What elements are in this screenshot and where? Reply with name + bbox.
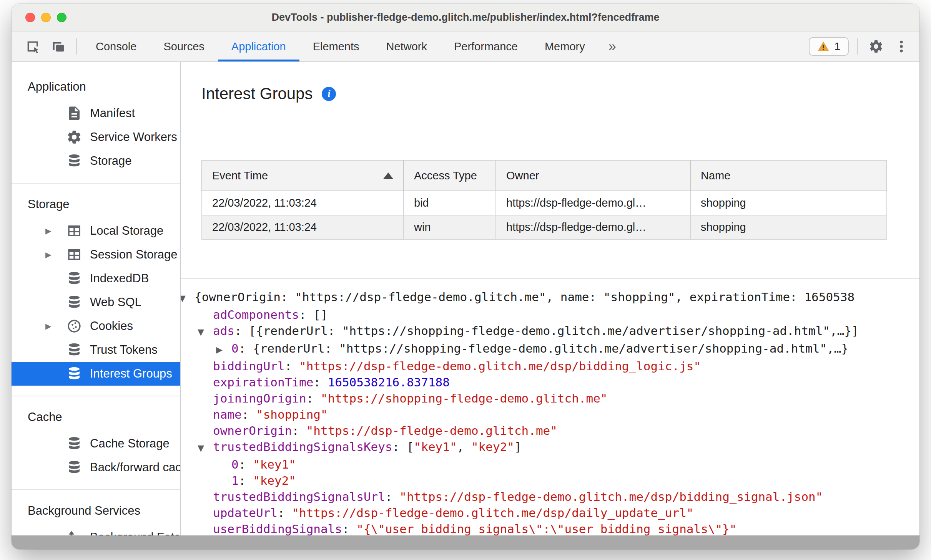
collapse-icon[interactable] <box>181 289 195 307</box>
sidebar-section-title: Storage <box>12 191 180 219</box>
tree-node[interactable]: 0: {renderUrl: "https://shopping-fledge-… <box>181 340 919 358</box>
tree-node[interactable]: ownerOrigin: "https://dsp-fledge-demo.gl… <box>181 422 919 439</box>
sidebar-item-label: Web SQL <box>90 295 141 309</box>
devtools-toolbar: ConsoleSourcesApplicationElementsNetwork… <box>12 31 919 62</box>
tree-string-value: "https://dsp-fledge-demo.glitch.me/dsp/b… <box>399 490 823 504</box>
sidebar-item-trust-tokens[interactable]: Trust Tokens <box>12 338 180 362</box>
sidebar-item-service-workers[interactable]: Service Workers <box>12 125 180 149</box>
sidebar-item-web-sql[interactable]: Web SQL <box>12 290 180 314</box>
sidebar-item-label: Manifest <box>90 106 135 120</box>
expand-icon[interactable] <box>45 321 66 331</box>
tab-elements[interactable]: Elements <box>299 31 373 61</box>
tab-memory[interactable]: Memory <box>531 31 598 61</box>
tree-plain-value: : <box>342 522 356 535</box>
devtools-body: ApplicationManifestService WorkersStorag… <box>12 62 919 535</box>
sidebar-item-session-storage[interactable]: Session Storage <box>12 243 180 267</box>
tree-node[interactable]: expirationTime: 1650538216.837188 <box>181 374 919 390</box>
fullscreen-window-button[interactable] <box>57 13 66 22</box>
database-icon <box>66 436 82 452</box>
tree-property-name: updateUrl <box>213 506 278 520</box>
tree-property-name: adComponents <box>213 308 299 321</box>
issues-counter-button[interactable]: 1 <box>809 37 849 56</box>
sidebar-item-storage[interactable]: Storage <box>12 149 180 173</box>
sidebar-item-indexeddb[interactable]: IndexedDB <box>12 267 180 290</box>
gear-icon <box>66 129 82 145</box>
expand-icon[interactable] <box>45 226 66 235</box>
tree-property-name: joiningOrigin <box>213 391 306 405</box>
sidebar-item-label: Storage <box>90 154 132 168</box>
tree-node[interactable]: 1: "key2" <box>181 472 919 489</box>
tree-node[interactable]: trustedBiddingSignalsKeys: ["key1", "key… <box>181 439 919 456</box>
tab-sources[interactable]: Sources <box>150 31 218 61</box>
background-fetch-icon <box>66 529 82 535</box>
customize-devtools-button[interactable] <box>889 31 914 61</box>
collapse-icon[interactable] <box>198 439 213 456</box>
sidebar-item-cache-storage[interactable]: Cache Storage <box>12 432 180 456</box>
table-icon <box>66 223 82 239</box>
sort-ascending-icon <box>383 172 393 179</box>
tree-node[interactable]: joiningOrigin: "https://shopping-fledge-… <box>181 390 919 406</box>
tree-node[interactable]: biddingUrl: "https://dsp-fledge-demo.gli… <box>181 358 919 374</box>
sidebar-item-background-fetch[interactable]: Background Fetch <box>12 525 180 535</box>
database-icon <box>66 342 82 358</box>
column-header-name[interactable]: Name <box>690 160 887 191</box>
tree-node[interactable]: updateUrl: "https://dsp-fledge-demo.glit… <box>181 505 919 521</box>
info-icon[interactable] <box>322 87 336 101</box>
column-header-event-time[interactable]: Event Time <box>202 160 404 191</box>
minimize-window-button[interactable] <box>41 13 51 22</box>
tree-property-name: ads <box>213 324 234 338</box>
expand-icon[interactable] <box>45 250 66 259</box>
tree-node[interactable]: trustedBiddingSignalsUrl: "https://dsp-f… <box>181 489 919 505</box>
table-row[interactable]: 22/03/2022, 11:03:24bidhttps://dsp-fledg… <box>202 191 887 215</box>
sidebar-item-interest-groups[interactable]: Interest Groups <box>12 362 180 386</box>
collapse-icon[interactable] <box>198 323 213 340</box>
sidebar-section-storage: StorageLocal StorageSession StorageIndex… <box>12 183 180 396</box>
tree-property-name: trustedBiddingSignalsUrl <box>213 490 385 504</box>
sidebar-item-local-storage[interactable]: Local Storage <box>12 219 180 243</box>
toggle-device-toolbar-button[interactable] <box>45 31 71 61</box>
sidebar-section-title: Application <box>12 74 180 101</box>
close-window-button[interactable] <box>25 13 35 22</box>
tree-string-value: "https://dsp-fledge-demo.glitch.me/dsp/d… <box>292 506 693 520</box>
toolbar-right-cluster: 1 <box>809 31 919 61</box>
tree-string-value: "{\"user_bidding_signals\":\"user_biddin… <box>356 522 736 535</box>
tree-property-name: 1 <box>231 474 239 487</box>
tree-string-value: "key1" <box>414 440 457 454</box>
tree-node[interactable]: {ownerOrigin: "https://dsp-fledge-demo.g… <box>181 289 919 307</box>
tree-string-value: "https://shopping-fledge-demo.glitch.me" <box>321 391 608 405</box>
tab-console[interactable]: Console <box>82 31 150 61</box>
column-header-owner[interactable]: Owner <box>496 160 690 191</box>
tree-node[interactable]: ads: [{renderUrl: "https://shopping-fled… <box>181 323 919 340</box>
sidebar-item-back-forward-cach[interactable]: Back/forward cach <box>12 456 180 479</box>
sidebar-section-title: Cache <box>12 404 180 432</box>
toolbar-spacer <box>626 31 809 61</box>
table-cell: bid <box>404 191 496 215</box>
expand-icon[interactable] <box>216 340 231 358</box>
tree-node[interactable]: userBiddingSignals: "{\"user_bidding_sig… <box>181 521 919 535</box>
tree-node[interactable]: adComponents: [] <box>181 307 919 323</box>
cookie-icon <box>66 318 82 334</box>
column-header-access-type[interactable]: Access Type <box>404 160 496 191</box>
inspect-element-icon <box>25 39 40 54</box>
more-tabs-button[interactable]: » <box>598 31 626 61</box>
tab-application[interactable]: Application <box>218 31 299 61</box>
sidebar-item-label: Background Fetch <box>90 530 180 535</box>
tab-network[interactable]: Network <box>373 31 441 61</box>
tree-number-value: 1650538216.837188 <box>328 375 450 389</box>
sidebar-item-label: Cookies <box>90 319 133 333</box>
inspect-element-button[interactable] <box>20 31 45 61</box>
table-cell: win <box>404 215 496 239</box>
tree-node[interactable]: 0: "key1" <box>181 456 919 472</box>
tree-string-value: "key2" <box>253 474 296 487</box>
settings-button[interactable] <box>863 31 889 61</box>
tree-string-value: "https://dsp-fledge-demo.glitch.me/dsp/b… <box>299 359 701 373</box>
toolbar-divider <box>76 38 77 55</box>
tree-property-name: name <box>213 408 242 421</box>
database-icon <box>66 294 82 310</box>
sidebar-item-cookies[interactable]: Cookies <box>12 314 180 338</box>
tab-performance[interactable]: Performance <box>441 31 531 61</box>
tree-plain-value: , <box>457 440 471 454</box>
tree-node[interactable]: name: "shopping" <box>181 406 919 422</box>
sidebar-item-manifest[interactable]: Manifest <box>12 101 180 125</box>
table-row[interactable]: 22/03/2022, 11:03:24winhttps://dsp-fledg… <box>202 215 887 239</box>
